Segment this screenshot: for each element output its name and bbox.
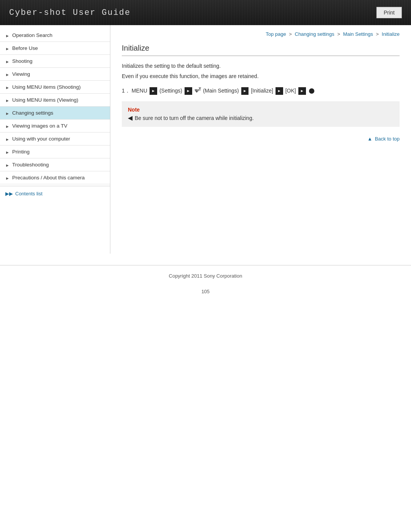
sidebar: ► Operation Search ► Before Use ► Shooti… — [0, 25, 110, 254]
sidebar-item-troubleshooting[interactable]: ► Troubleshooting — [0, 158, 110, 171]
page-number: 105 — [0, 283, 411, 300]
back-to-top-label: Back to top — [375, 136, 400, 142]
settings-arrow-icon: ► — [185, 87, 192, 95]
chevron-right-icon: ► — [5, 163, 9, 167]
breadcrumb-main-settings[interactable]: Main Settings — [343, 31, 373, 37]
chevron-right-icon: ► — [5, 124, 9, 128]
sidebar-item-before-use[interactable]: ► Before Use — [0, 42, 110, 55]
chevron-right-icon: ► — [5, 98, 9, 102]
print-button[interactable]: Print — [376, 7, 402, 18]
sidebar-item-label: Viewing images on a TV — [12, 123, 67, 129]
chevron-right-icon: ► — [5, 72, 9, 76]
breadcrumb-separator: > — [289, 31, 293, 37]
chevron-right-icon: ► — [5, 34, 9, 37]
note-arrow-icon: ◀ — [128, 114, 132, 121]
initialize-arrow-icon: ► — [276, 87, 283, 95]
sidebar-footer: ▶▶ Contents list — [0, 186, 110, 201]
footer: Copyright 2011 Sony Corporation — [0, 265, 411, 283]
note-box: Note ◀ Be sure not to turn off the camer… — [122, 101, 400, 127]
copyright-text: Copyright 2011 Sony Corporation — [169, 273, 242, 279]
back-to-top: ▲ Back to top — [122, 136, 400, 142]
sidebar-item-printing[interactable]: ► Printing — [0, 145, 110, 158]
settings-symbol-icon: ΨT — [195, 86, 201, 95]
sidebar-item-using-menu-viewing[interactable]: ► Using MENU items (Viewing) — [0, 94, 110, 107]
chevron-right-icon: ► — [5, 111, 9, 115]
breadcrumb-current: Initialize — [382, 31, 400, 37]
main-content: Top page > Changing settings > Main Sett… — [110, 25, 411, 153]
chevron-right-icon: ► — [5, 85, 9, 89]
sidebar-item-viewing-on-tv[interactable]: ► Viewing images on a TV — [0, 120, 110, 133]
sidebar-item-label: Precautions / About this camera — [12, 175, 85, 181]
sidebar-item-label: Printing — [12, 149, 30, 155]
sidebar-item-using-menu-shooting[interactable]: ► Using MENU items (Shooting) — [0, 81, 110, 94]
description-line1: Initializes the setting to the default s… — [122, 62, 400, 70]
note-text: Be sure not to turn off the camera while… — [135, 115, 254, 121]
sidebar-item-label: Viewing — [12, 71, 30, 77]
step-1: 1． MENU ► (Settings) ►ΨT (Main Settings)… — [122, 86, 400, 95]
chevron-right-icon: ► — [5, 150, 9, 154]
chevron-right-icon: ► — [5, 46, 9, 50]
sidebar-item-using-with-computer[interactable]: ► Using with your computer — [0, 133, 110, 145]
back-to-top-link[interactable]: ▲ Back to top — [367, 136, 400, 142]
sidebar-item-precautions[interactable]: ► Precautions / About this camera — [0, 171, 110, 184]
breadcrumb-separator: > — [337, 31, 341, 37]
step-number: 1． — [122, 86, 130, 95]
sidebar-item-viewing[interactable]: ► Viewing — [0, 68, 110, 81]
main-layout: ► Operation Search ► Before Use ► Shooti… — [0, 25, 411, 254]
note-content: ◀ Be sure not to turn off the camera whi… — [128, 115, 393, 121]
menu-button-icon: ► — [150, 87, 157, 95]
app-title: Cyber-shot User Guide — [9, 8, 131, 18]
page-title: Initialize — [122, 44, 400, 56]
breadcrumb: Top page > Changing settings > Main Sett… — [122, 25, 400, 41]
step-menu-label: MENU — [132, 86, 147, 95]
sidebar-item-changing-settings[interactable]: ► Changing settings — [0, 107, 110, 120]
chevron-right-icon: ► — [5, 137, 9, 141]
step-settings-label: (Settings) — [159, 86, 182, 95]
sidebar-item-label: Using MENU items (Viewing) — [12, 97, 78, 103]
sidebar-item-label: Before Use — [12, 45, 38, 51]
header: Cyber-shot User Guide Print — [0, 0, 411, 25]
breadcrumb-top-page[interactable]: Top page — [266, 31, 286, 37]
back-to-top-icon: ▲ — [367, 136, 372, 142]
contents-list-label: Contents list — [15, 191, 43, 197]
breadcrumb-changing-settings[interactable]: Changing settings — [295, 31, 335, 37]
sidebar-item-operation-search[interactable]: ► Operation Search — [0, 29, 110, 42]
sidebar-item-label: Using MENU items (Shooting) — [12, 84, 81, 90]
sidebar-item-label: Changing settings — [12, 110, 53, 116]
sidebar-item-label: Troubleshooting — [12, 162, 49, 168]
contents-list-icon: ▶▶ — [5, 191, 13, 197]
sidebar-item-label: Using with your computer — [12, 136, 70, 142]
sidebar-item-shooting[interactable]: ► Shooting — [0, 55, 110, 68]
contents-list-link[interactable]: ▶▶ Contents list — [5, 191, 105, 197]
step-ok-label: [OK] — [285, 86, 296, 95]
breadcrumb-separator: > — [376, 31, 380, 37]
sidebar-item-label: Operation Search — [12, 32, 53, 38]
chevron-right-icon: ► — [5, 59, 9, 63]
main-settings-arrow-icon: ► — [241, 87, 249, 95]
step-initialize-label: [Initialize] — [251, 86, 273, 95]
ok-arrow-icon: ► — [298, 87, 306, 95]
steps-section: 1． MENU ► (Settings) ►ΨT (Main Settings)… — [122, 86, 400, 95]
note-label: Note — [128, 107, 393, 113]
description-line2: Even if you execute this function, the i… — [122, 72, 400, 80]
record-button-icon — [309, 88, 314, 94]
sidebar-item-label: Shooting — [12, 58, 32, 64]
chevron-right-icon: ► — [5, 176, 9, 180]
step-main-settings-label: (Main Settings) — [203, 86, 239, 95]
